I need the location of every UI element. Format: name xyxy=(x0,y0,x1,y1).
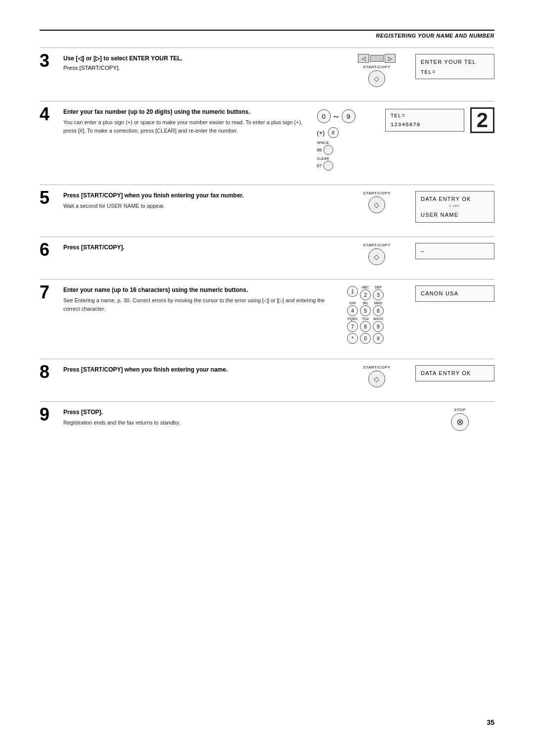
key-7-label: PQRS xyxy=(348,317,357,321)
step-5-body: Wait a second for USER NAME to appear. xyxy=(63,202,337,210)
step-9-illustration: STOP ⊗ xyxy=(430,408,490,431)
button-middle-bar xyxy=(370,55,384,62)
right-arrow-button[interactable]: ▷ xyxy=(385,54,396,63)
start-copy-button-8[interactable]: START/COPY ◇ xyxy=(363,365,390,387)
step-6-text: Press [START/COPY]. xyxy=(63,243,342,252)
key-9[interactable]: 9 xyxy=(373,321,384,332)
step-3-subtitle: Press [START/COPY]. xyxy=(63,64,337,72)
step-4-display-line1: TEL= xyxy=(391,113,459,119)
step-8-illustration: START/COPY ◇ xyxy=(347,365,406,387)
page-number: 35 xyxy=(487,718,494,726)
step-7-body: See Entering a name, p. 30. Correct erro… xyxy=(63,296,337,313)
key-5[interactable]: 5 xyxy=(360,305,371,316)
step-7-display-line1: CANON USA xyxy=(421,289,489,298)
nine-button[interactable]: 9 xyxy=(342,109,356,123)
clear-circle-button[interactable] xyxy=(323,161,333,171)
space-label: SPACE xyxy=(317,141,333,144)
step-6-number: 6 xyxy=(40,241,58,259)
start-copy-button-5[interactable]: START/COPY ◇ xyxy=(363,191,390,213)
key-8-label: TUV xyxy=(362,317,369,321)
step-6-display: – xyxy=(415,243,494,259)
start-copy-diamond-6[interactable]: ◇ xyxy=(368,248,385,265)
step-8-number: 8 xyxy=(40,363,58,381)
hash-button[interactable]: # xyxy=(328,127,339,138)
plus-hash-row: (+) # xyxy=(317,127,339,138)
step-4-display-line2: 12345678 xyxy=(391,122,459,128)
key-star[interactable]: * xyxy=(347,333,358,344)
step-7-number: 7 xyxy=(40,284,58,301)
step-3-number: 3 xyxy=(40,52,58,70)
step-8-display: DATA ENTRY OK xyxy=(415,365,494,381)
key-3[interactable]: 3 xyxy=(373,289,384,300)
arrow-button-row: ◁ ▷ xyxy=(358,54,396,63)
step-4-body: You can enter a plus sign (+) or space t… xyxy=(63,118,307,135)
step-4-number: 4 xyxy=(40,105,58,123)
section-badge-2: 2 xyxy=(470,107,494,133)
clear-label: CLEAR xyxy=(317,157,333,160)
step-8-title: Press [START/COPY] when you finish enter… xyxy=(63,365,337,374)
section-title: REGISTERING YOUR NAME AND NUMBER xyxy=(40,30,494,39)
step-5-title: Press [START/COPY] when you finish enter… xyxy=(63,191,337,200)
start-copy-diamond-8[interactable]: ◇ xyxy=(368,371,385,387)
step-5-number: 5 xyxy=(40,189,58,207)
key-0[interactable]: 0 xyxy=(360,333,371,344)
step-9-title: Press [STOP]. xyxy=(63,408,420,417)
step-3-title: Use [◁] or [▷] to select ENTER YOUR TEL. xyxy=(63,54,337,63)
space-circle-button[interactable] xyxy=(323,145,333,155)
key-5-label: JKL xyxy=(362,301,368,305)
step-3-text: Use [◁] or [▷] to select ENTER YOUR TEL.… xyxy=(63,54,342,72)
key-7[interactable]: 7 xyxy=(347,321,358,332)
step-7-text: Enter your name (up to 16 characters) us… xyxy=(63,285,342,313)
key-3-label: DEF xyxy=(375,285,382,289)
step-4-title: Enter your fax number (up to 20 digits) … xyxy=(63,107,307,116)
step-6-display-line1: – xyxy=(421,247,489,255)
start-copy-button-3[interactable]: START/COPY ◇ xyxy=(363,65,390,87)
key-2[interactable]: 2 xyxy=(360,289,371,300)
key-6[interactable]: 6 xyxy=(373,305,384,316)
keypad-row1: 1 ABC 2 DEF 3 xyxy=(347,285,384,300)
start-copy-diamond-5[interactable]: ◇ xyxy=(368,196,385,213)
step-9-body: Registration ends and the fax returns to… xyxy=(63,419,420,427)
step-4-illustration: 0 ～ 9 (+) # SPACE 06 CLEAR 07 xyxy=(317,107,376,171)
step-3-display-line2: TEL= xyxy=(421,69,489,75)
key-hash-7[interactable]: # xyxy=(373,333,384,344)
stop-button[interactable]: ⊗ xyxy=(451,413,469,431)
step-4-text: Enter your fax number (up to 20 digits) … xyxy=(63,107,312,135)
step-9-number: 9 xyxy=(40,406,58,424)
start-copy-label-8: START/COPY xyxy=(363,365,390,370)
keypad-row4: * 0 # xyxy=(347,333,384,344)
key-4[interactable]: 4 xyxy=(347,305,358,316)
step-4-row: 4 Enter your fax number (up to 20 digits… xyxy=(40,101,494,171)
step-7-illustration: 1 ABC 2 DEF 3 GHI 4 JKL 5 MNO 6 xyxy=(347,285,406,345)
step-9-text: Press [STOP]. Registration ends and the … xyxy=(63,408,425,427)
keypad-row2: GHI 4 JKL 5 MNO 6 xyxy=(347,301,384,316)
key-8[interactable]: 8 xyxy=(360,321,371,332)
space-button-group: SPACE 06 xyxy=(317,141,333,155)
one-sec-label: 1 sec. xyxy=(421,203,489,208)
step-7-display: CANON USA xyxy=(415,285,494,302)
step-3-display-line1: ENTER YOUR TEL xyxy=(421,58,489,66)
step-3-row: 3 Use [◁] or [▷] to select ENTER YOUR TE… xyxy=(40,47,494,87)
key-1[interactable]: 1 xyxy=(347,286,358,297)
step-5-display: DATA ENTRY OK 1 sec. USER NAME xyxy=(415,191,494,223)
key-6-label: MNO xyxy=(374,301,382,305)
step-8-display-line1: DATA ENTRY OK xyxy=(421,369,489,378)
start-copy-label-6: START/COPY xyxy=(363,243,390,247)
step-6-title: Press [START/COPY]. xyxy=(63,243,337,252)
left-arrow-button[interactable]: ◁ xyxy=(358,54,369,63)
start-copy-diamond-3[interactable]: ◇ xyxy=(368,70,385,87)
step-6-illustration: START/COPY ◇ xyxy=(347,243,406,265)
zero-button[interactable]: 0 xyxy=(317,109,331,123)
step-9-row: 9 Press [STOP]. Registration ends and th… xyxy=(40,401,494,431)
key-2-label: ABC xyxy=(362,285,369,289)
step-4-display-area: TEL= 12345678 2 xyxy=(381,107,494,133)
step-5-text: Press [START/COPY] when you finish enter… xyxy=(63,191,342,210)
key-4-label: GHI xyxy=(350,301,356,305)
start-copy-button-6[interactable]: START/COPY ◇ xyxy=(363,243,390,265)
start-copy-label-3: START/COPY xyxy=(363,65,390,69)
step-5-display-line2: USER NAME xyxy=(421,211,489,219)
tilde-symbol: ～ xyxy=(332,110,341,122)
step-8-row: 8 Press [START/COPY] when you finish ent… xyxy=(40,359,494,387)
key-9-label: WXYZ xyxy=(373,317,383,321)
step-8-text: Press [START/COPY] when you finish enter… xyxy=(63,365,342,374)
